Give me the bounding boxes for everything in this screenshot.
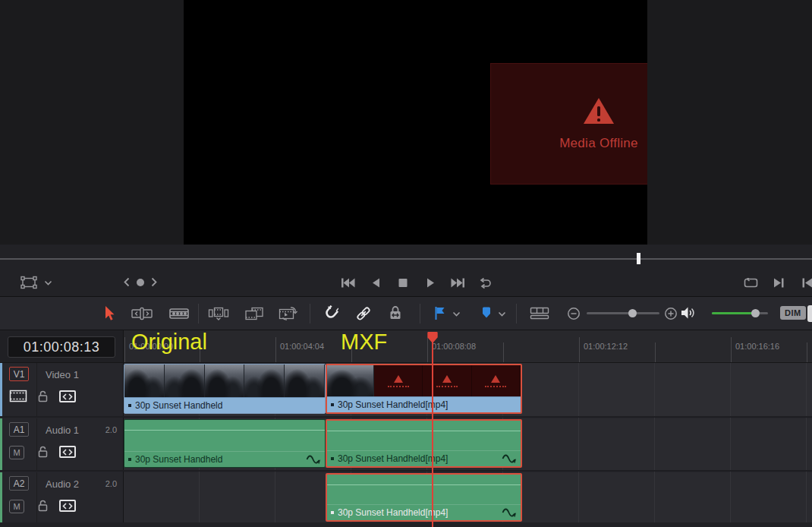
stop-button[interactable] xyxy=(398,277,408,289)
ruler-tick xyxy=(655,342,656,362)
position-lock-button[interactable] xyxy=(389,305,402,321)
video-clip-mxf-offline[interactable]: 30p Sunset Handheld[mp4] xyxy=(326,364,522,414)
razor-edit-mode-button[interactable] xyxy=(168,307,190,320)
mute-button[interactable]: M xyxy=(9,446,24,459)
media-offline-label: Media Offline xyxy=(559,136,638,151)
flag-options-chevron-icon[interactable] xyxy=(452,311,461,317)
play-button[interactable] xyxy=(426,277,436,289)
playhead-marker[interactable] xyxy=(426,331,439,344)
track-autoselect-icon[interactable] xyxy=(59,446,76,458)
ruler-tick xyxy=(503,342,504,362)
dim-audio-button[interactable]: DIM xyxy=(780,306,806,320)
volume-slider-thumb[interactable] xyxy=(751,309,760,317)
loop-playback-button[interactable] xyxy=(478,276,492,289)
track-channel-format: 2.0 xyxy=(105,479,117,488)
ruler-tick xyxy=(731,337,732,362)
clip-thumbnail xyxy=(205,364,245,397)
track-color-strip xyxy=(0,472,2,522)
track-color-strip xyxy=(0,418,2,470)
transform-tool-button[interactable] xyxy=(20,276,38,289)
toolbar-separator xyxy=(420,304,420,323)
audio-speaker-icon[interactable] xyxy=(680,306,695,320)
track-header-audio2[interactable]: A2 Audio 2 2.0 M xyxy=(0,472,123,522)
mute-button[interactable]: M xyxy=(9,500,24,513)
trim-edit-mode-button[interactable] xyxy=(131,307,153,320)
add-flag-button[interactable] xyxy=(434,306,445,320)
add-marker-button[interactable] xyxy=(480,306,493,320)
warning-triangle-icon xyxy=(442,375,452,383)
marker-options-chevron-icon[interactable] xyxy=(498,311,506,317)
track-autoselect-icon[interactable] xyxy=(59,390,76,402)
link-clips-button[interactable] xyxy=(355,305,372,322)
zoom-slider-track[interactable] xyxy=(587,312,659,314)
current-timecode[interactable]: 01:00:08:13 xyxy=(8,336,115,358)
timeline-view-options-button[interactable] xyxy=(530,307,549,320)
track-lock-icon[interactable] xyxy=(37,500,49,512)
zoom-slider-thumb[interactable] xyxy=(628,309,637,317)
track-lock-icon[interactable] xyxy=(37,390,49,402)
track-badge-a1[interactable]: A1 xyxy=(9,422,29,437)
video-track-enable-icon[interactable] xyxy=(9,390,27,402)
current-clip-dot-icon[interactable] xyxy=(136,278,145,287)
track-badge-v1[interactable]: V1 xyxy=(9,367,29,381)
clipped-right-button[interactable] xyxy=(807,305,812,322)
audio1-clip-mxf[interactable]: 30p Sunset Handheld[mp4] xyxy=(326,419,522,468)
clip-label-bar: 30p Sunset Handheld xyxy=(124,451,325,467)
loop-range-button[interactable] xyxy=(744,278,758,288)
step-back-button[interactable] xyxy=(370,277,381,289)
audio2-clip-mxf[interactable]: 30p Sunset Handheld[mp4] xyxy=(326,473,522,522)
track-lock-icon[interactable] xyxy=(37,446,49,458)
track-lanes[interactable]: 30p Sunset Handheld xyxy=(123,363,812,527)
next-clip-button[interactable] xyxy=(151,277,157,287)
clip-name: 30p Sunset Handheld xyxy=(135,454,222,465)
insert-clip-button[interactable] xyxy=(208,306,229,321)
track-name: Audio 2 xyxy=(46,478,79,490)
media-offline-thumbnail xyxy=(423,365,471,396)
zoom-in-button[interactable] xyxy=(664,307,678,320)
clip-label-bar: 30p Sunset Handheld[mp4] xyxy=(327,504,521,520)
clip-label-bar: 30p Sunset Handheld[mp4] xyxy=(327,450,521,466)
ruler-tick xyxy=(807,342,807,362)
volume-slider[interactable] xyxy=(712,312,768,314)
transform-options-chevron-icon[interactable] xyxy=(44,280,52,286)
timeline-toolbar: DIM xyxy=(0,296,812,330)
annotation-mxf: MXF xyxy=(341,330,387,355)
jog-bar-track[interactable] xyxy=(0,258,812,260)
toolbar-separator xyxy=(516,304,517,323)
davinci-resolve-edit-page: Media Offline xyxy=(0,0,812,527)
previous-clip-button[interactable] xyxy=(124,277,130,287)
audio1-clip-original[interactable]: 30p Sunset Handheld xyxy=(124,419,326,468)
playhead-line[interactable] xyxy=(432,332,433,527)
ruler-tick xyxy=(579,337,580,362)
play-from-start-button[interactable] xyxy=(801,277,812,289)
track-autoselect-icon[interactable] xyxy=(59,500,76,512)
replace-clip-button[interactable] xyxy=(278,305,301,322)
skip-to-start-button[interactable] xyxy=(340,277,355,289)
track-name: Audio 1 xyxy=(46,424,79,436)
snapping-magnet-button[interactable] xyxy=(323,305,338,321)
track-header-audio1[interactable]: A1 Audio 1 2.0 M xyxy=(0,418,123,470)
play-to-end-button[interactable] xyxy=(773,277,785,289)
clip-bullet xyxy=(128,458,131,461)
clip-thumbnail xyxy=(124,364,165,397)
jog-bar-playhead[interactable] xyxy=(637,253,640,264)
waveform-area xyxy=(327,421,521,450)
timeline-ruler[interactable]: 01:00:00:00 01:00:04:04 01:00:08:08 01:0… xyxy=(123,330,812,363)
track-divider xyxy=(0,470,812,472)
video-clip-original[interactable]: 30p Sunset Handheld xyxy=(124,364,326,414)
track-badge-a2[interactable]: A2 xyxy=(9,476,29,491)
viewer-jog-bar[interactable] xyxy=(0,245,812,270)
skip-to-end-button[interactable] xyxy=(451,277,466,289)
offline-caption xyxy=(388,386,409,387)
timeline-viewer[interactable]: Media Offline xyxy=(184,0,647,245)
zoom-out-button[interactable] xyxy=(567,307,581,320)
header-divider xyxy=(36,418,37,470)
overwrite-clip-button[interactable] xyxy=(244,306,264,321)
selection-tool-button[interactable] xyxy=(103,305,115,321)
clip-bullet xyxy=(128,404,131,407)
warning-triangle-icon xyxy=(582,96,615,125)
track-header-video1[interactable]: V1 Video 1 xyxy=(0,363,123,416)
zoom-slider[interactable] xyxy=(587,312,659,314)
clip-thumbnail xyxy=(285,364,325,397)
clip-bullet xyxy=(331,457,334,460)
